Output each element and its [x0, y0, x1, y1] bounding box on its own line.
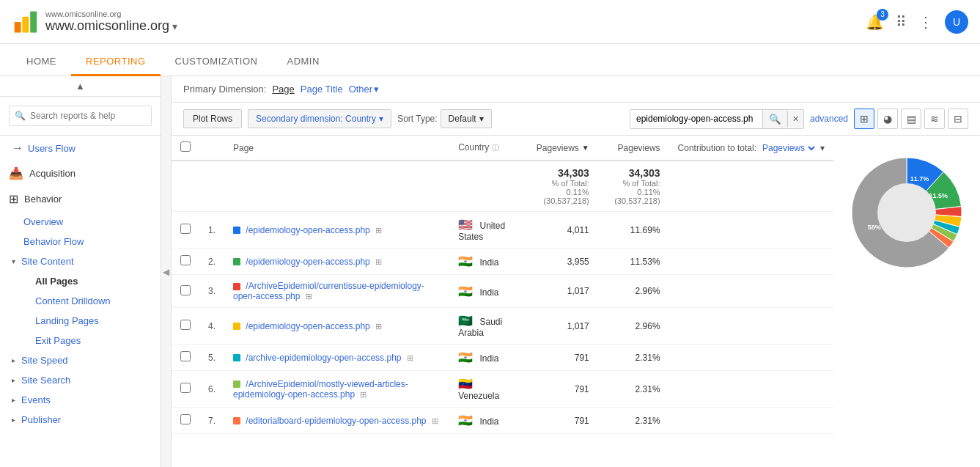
view-icons: ⊞ ◕ ▤ ≋ ⊟ [854, 109, 968, 129]
user-avatar[interactable]: U [945, 10, 968, 34]
row-checkbox-0[interactable] [180, 224, 191, 234]
page-external-icon-1[interactable]: ⊞ [375, 257, 382, 266]
sidebar-item-users-flow[interactable]: → Users Flow [0, 136, 161, 161]
pie-label-0: 11.7% [910, 175, 929, 183]
sidebar-item-acquisition[interactable]: 📥 Acquisition [0, 161, 161, 186]
dim-page-link[interactable]: Page [272, 84, 294, 95]
logo-area: www.omicsonline.org www.omicsonline.org … [12, 9, 177, 35]
country-name-5: Venezuela [458, 391, 499, 401]
page-external-icon-2[interactable]: ⊞ [306, 292, 312, 301]
notification-badge: 3 [877, 9, 888, 21]
table-row: 1. /epidemiology-open-access.php ⊞ 🇺🇸 Un… [172, 212, 833, 249]
sidebar-scroll-up[interactable]: ▲ [0, 76, 161, 97]
sidebar-collapse-site-content[interactable]: Site Content [0, 251, 161, 271]
row-checkbox-5[interactable] [180, 383, 191, 393]
page-external-icon-3[interactable]: ⊞ [375, 322, 382, 331]
page-link-3[interactable]: /epidemiology-open-access.php [246, 321, 369, 331]
sidebar-collapse-site-speed[interactable]: Site Speed [0, 350, 161, 370]
th-country: Country ⓘ [449, 136, 523, 161]
table-row: 7. /editorialboard-epidemiology-open-acc… [172, 408, 833, 434]
sidebar-sub-all-pages[interactable]: All Pages [12, 271, 161, 291]
country-info-icon: ⓘ [492, 144, 499, 152]
pageviews-cell-0: 4,011 [523, 212, 598, 249]
page-link-2[interactable]: /ArchiveEpidemiol/currentissue-epidemiol… [233, 281, 424, 301]
apps-grid[interactable]: ⠿ [896, 13, 907, 31]
contribution-cell-3: 2.96% [598, 308, 669, 345]
search-input[interactable] [9, 106, 152, 126]
site-speed-label: Site Speed [21, 355, 68, 366]
tab-reporting[interactable]: REPORTING [71, 48, 161, 76]
sidebar-item-behavior[interactable]: ⊞ Behavior [0, 186, 161, 212]
plot-rows-button[interactable]: Plot Rows [183, 109, 242, 128]
search-wrap: 🔍 [9, 106, 152, 126]
sidebar-collapse-publisher[interactable]: Publisher [0, 410, 161, 430]
contribution-cell-4: 2.31% [598, 345, 669, 371]
view-bar-button[interactable]: ▤ [901, 109, 921, 129]
notification-bell[interactable]: 🔔 3 [866, 13, 884, 31]
page-link-6[interactable]: /editorialboard-epidemiology-open-access… [246, 416, 426, 426]
row-checkbox-2[interactable] [180, 285, 191, 295]
sidebar-collapse-handle[interactable]: ◀ [161, 76, 172, 467]
dim-page-title-link[interactable]: Page Title [301, 84, 343, 95]
filter-search-button[interactable]: 🔍 [762, 110, 787, 128]
filter-search-icon: 🔍 [769, 114, 781, 125]
th-page: Page [224, 136, 449, 161]
acquisition-label: Acquisition [29, 168, 75, 179]
page-external-icon-6[interactable]: ⊞ [432, 416, 438, 425]
sidebar-sub-overview[interactable]: Overview [0, 212, 161, 232]
grid-icon: ⠿ [896, 14, 907, 30]
contribution-cell-6: 2.31% [598, 408, 669, 434]
pie-label-7: 58% [868, 224, 881, 231]
site-dropdown-arrow[interactable]: ▾ [172, 21, 177, 32]
page-external-icon-0[interactable]: ⊞ [375, 226, 382, 235]
sidebar-sub-landing-pages[interactable]: Landing Pages [12, 311, 161, 331]
site-info: www.omicsonline.org www.omicsonline.org … [45, 10, 177, 34]
page-link-0[interactable]: /epidemiology-open-access.php [246, 225, 369, 235]
tab-home[interactable]: HOME [12, 48, 71, 76]
page-link-4[interactable]: /archive-epidemiology-open-access.php [246, 353, 401, 363]
page-link-5[interactable]: /ArchiveEpidemiol/mostly-viewed-articles… [233, 379, 408, 400]
row-checkbox-6[interactable] [180, 414, 191, 424]
ga-logo [12, 9, 38, 35]
view-table-button[interactable]: ⊞ [854, 109, 874, 129]
table-container: Page Country ⓘ Pageviews ▼ [172, 136, 833, 434]
pageviews-cell-6: 791 [523, 408, 598, 434]
page-external-icon-5[interactable]: ⊞ [360, 390, 366, 399]
sidebar-collapse-site-search[interactable]: Site Search [0, 370, 161, 390]
page-external-icon-4[interactable]: ⊞ [407, 353, 413, 362]
row-checkbox-1[interactable] [180, 255, 191, 265]
contribution-select[interactable]: Pageviews [759, 142, 817, 154]
svg-rect-2 [30, 11, 37, 32]
view-pivot-button[interactable]: ⊟ [948, 109, 968, 129]
dim-other-dropdown[interactable]: Other ▾ [349, 84, 380, 95]
country-name-1: India [479, 257, 498, 268]
site-url-large: www.omicsonline.org ▾ [45, 18, 177, 34]
main-layout: ▲ 🔍 → Users Flow 📥 Acquisition ⊞ Behavio… [0, 76, 980, 467]
row-checkbox-4[interactable] [180, 351, 191, 361]
filter-clear-button[interactable]: ✕ [787, 111, 803, 128]
view-compare-button[interactable]: ≋ [924, 109, 945, 129]
sidebar-sub-behavior-flow[interactable]: Behavior Flow [0, 232, 161, 251]
table-row: 6. /ArchiveEpidemiol/mostly-viewed-artic… [172, 371, 833, 408]
tab-customization[interactable]: CUSTOMIZATION [161, 48, 273, 76]
acquisition-icon: 📥 [9, 166, 23, 180]
sidebar-sub-exit-pages[interactable]: Exit Pages [12, 331, 161, 350]
secondary-dim-button[interactable]: Secondary dimension: Country ▾ [248, 109, 391, 128]
th-pageviews-sort[interactable]: Pageviews ▼ [523, 136, 598, 161]
sidebar-sub-content-drilldown[interactable]: Content Drilldown [12, 291, 161, 311]
contribution-cell-0: 11.69% [598, 212, 669, 249]
filter-row: Plot Rows Secondary dimension: Country ▾… [172, 103, 980, 136]
filter-input[interactable] [630, 110, 762, 128]
tab-admin[interactable]: ADMIN [272, 48, 334, 76]
advanced-link[interactable]: advanced [810, 114, 848, 124]
sort-default-select[interactable]: Default ▾ [441, 109, 492, 128]
pageviews-cell-4: 791 [523, 345, 598, 371]
row-checkbox-3[interactable] [180, 320, 191, 330]
th-row-num [199, 136, 224, 161]
content-area: Primary Dimension: Page Page Title Other… [172, 76, 980, 467]
view-pie-button[interactable]: ◕ [877, 109, 898, 129]
page-link-1[interactable]: /epidemiology-open-access.php [246, 257, 369, 267]
sidebar-collapse-events[interactable]: Events [0, 390, 161, 410]
more-options[interactable]: ⋮ [918, 13, 933, 31]
select-all-checkbox[interactable] [180, 141, 191, 152]
